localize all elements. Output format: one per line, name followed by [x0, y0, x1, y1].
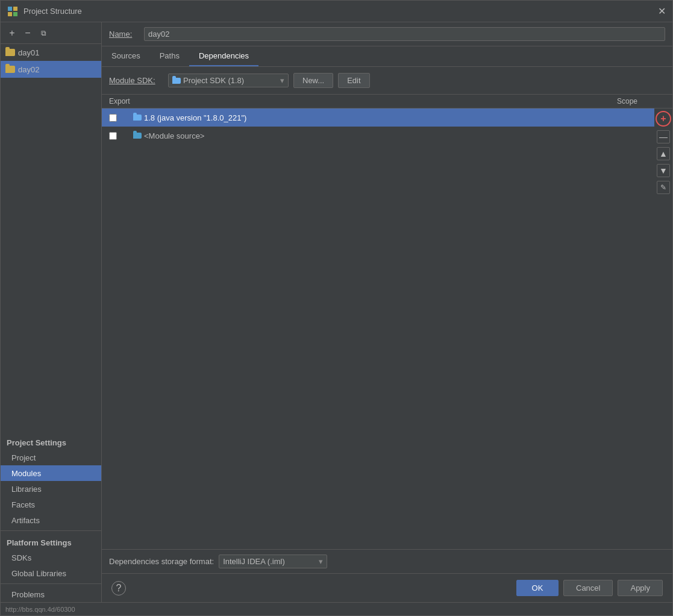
sidebar-item-label: Artifacts	[11, 516, 40, 525]
tab-sources[interactable]: Sources	[102, 46, 150, 66]
module-item-day02[interactable]: day02	[1, 61, 101, 78]
ok-button[interactable]: OK	[516, 580, 559, 596]
export-checkbox[interactable]	[109, 132, 117, 140]
sidebar-item-label: Global Libraries	[11, 569, 66, 578]
status-bar: http://bbs.qqn.4d/60300	[1, 602, 672, 615]
minus-icon: —	[659, 132, 668, 142]
chevron-down-icon: ▼	[659, 166, 668, 175]
module-name: day02	[18, 65, 39, 74]
dep-export-checkbox-2[interactable]	[109, 132, 133, 140]
folder-icon	[5, 49, 15, 56]
right-panel: Name: Sources Paths Dependencies Mo	[102, 22, 672, 602]
project-structure-dialog: Project Structure ✕ + − ⧉	[0, 0, 673, 616]
bottom-bar: Dependencies storage format: IntelliJ ID…	[102, 549, 672, 573]
dep-export-checkbox-1[interactable]	[109, 114, 133, 122]
module-item-day01[interactable]: day01	[1, 44, 101, 61]
help-button[interactable]: ?	[111, 581, 126, 596]
sidebar: + − ⧉ day01 day02	[1, 22, 102, 602]
sidebar-item-label: Problems	[11, 590, 45, 599]
tab-dependencies[interactable]: Dependencies	[189, 46, 258, 66]
sidebar-item-label: Project	[11, 453, 36, 462]
scope-column-header: Scope	[617, 97, 665, 105]
sidebar-item-global-libraries[interactable]: Global Libraries	[1, 565, 101, 581]
move-up-button[interactable]: ▲	[657, 147, 670, 160]
copy-icon: ⧉	[41, 29, 46, 37]
module-list: day01 day02	[1, 44, 101, 429]
folder-icon	[5, 66, 15, 73]
sidebar-item-project[interactable]: Project	[1, 450, 101, 465]
dep-source-icon	[133, 133, 142, 139]
move-down-button[interactable]: ▼	[657, 164, 670, 177]
titlebar: Project Structure ✕	[1, 1, 672, 22]
sidebar-item-libraries[interactable]: Libraries	[1, 481, 101, 497]
sdk-folder-icon	[172, 78, 181, 84]
sdk-dropdown[interactable]: Project SDK (1.8) ▾	[168, 74, 289, 87]
add-icon: +	[9, 28, 14, 39]
edit-dependency-button[interactable]: ✎	[657, 181, 670, 194]
sdk-new-button[interactable]: New...	[293, 73, 333, 88]
dep-sdk-icon	[133, 115, 142, 121]
chevron-up-icon: ▲	[659, 149, 668, 159]
sidebar-item-modules[interactable]: Modules	[1, 465, 101, 481]
deps-table-header: Export Scope	[102, 95, 672, 108]
app-icon	[7, 5, 19, 17]
module-name: day01	[18, 48, 39, 57]
dep-row-2[interactable]: <Module source>	[102, 127, 654, 145]
dep-name-1: 1.8 (java version "1.8.0_221")	[133, 113, 599, 122]
sidebar-item-label: Facets	[11, 500, 35, 509]
storage-dropdown-arrow-icon: ▾	[319, 557, 323, 566]
minus-icon: −	[25, 28, 30, 39]
add-dependency-button[interactable]: +	[656, 111, 671, 127]
remove-module-button[interactable]: −	[21, 27, 34, 40]
divider	[1, 530, 101, 531]
platform-settings-header: Platform Settings	[1, 533, 101, 550]
sidebar-toolbar: + − ⧉	[1, 22, 101, 44]
svg-rect-3	[13, 12, 17, 16]
sdk-buttons: New... Edit	[293, 73, 370, 88]
window-title: Project Structure	[23, 7, 657, 16]
copy-module-button[interactable]: ⧉	[37, 27, 50, 40]
deps-wrapper: 1.8 (java version "1.8.0_221") <Module s…	[102, 108, 672, 549]
tab-paths[interactable]: Paths	[150, 46, 189, 66]
storage-dropdown[interactable]: IntelliJ IDEA (.iml) ▾	[219, 555, 327, 568]
export-column-header: Export	[109, 97, 145, 105]
remove-dependency-button[interactable]: —	[657, 130, 670, 143]
storage-label: Dependencies storage format:	[109, 557, 214, 566]
sdk-label: Module SDK:	[109, 76, 163, 85]
dialog-footer: ? OK Cancel Apply	[102, 573, 672, 602]
cancel-button[interactable]: Cancel	[563, 580, 613, 596]
tab-label: Dependencies	[199, 51, 249, 60]
main-content: + − ⧉ day01 day02	[1, 22, 672, 602]
name-input[interactable]	[144, 27, 665, 41]
deps-list: 1.8 (java version "1.8.0_221") <Module s…	[102, 108, 654, 549]
export-checkbox[interactable]	[109, 114, 117, 122]
svg-rect-1	[13, 7, 17, 11]
divider	[1, 583, 101, 584]
close-button[interactable]: ✕	[657, 7, 666, 16]
sidebar-item-artifacts[interactable]: Artifacts	[1, 512, 101, 528]
storage-value: IntelliJ IDEA (.iml)	[223, 557, 285, 566]
add-module-button[interactable]: +	[5, 27, 19, 40]
sidebar-item-facets[interactable]: Facets	[1, 497, 101, 512]
tab-label: Sources	[111, 51, 140, 60]
sdk-row: Module SDK: Project SDK (1.8) ▾ New... E…	[102, 67, 672, 95]
sidebar-item-label: Modules	[11, 469, 41, 478]
name-label-underline: N	[109, 30, 114, 39]
pencil-icon: ✎	[660, 183, 666, 192]
sidebar-item-label: SDKs	[11, 553, 31, 562]
plus-icon: +	[660, 113, 666, 124]
dropdown-arrow-icon: ▾	[280, 76, 284, 85]
project-settings-header: Project Settings	[1, 433, 101, 450]
dep-row-1[interactable]: 1.8 (java version "1.8.0_221")	[102, 108, 654, 127]
svg-rect-0	[8, 7, 12, 11]
sdk-edit-button[interactable]: Edit	[338, 73, 369, 88]
name-row: Name:	[102, 22, 672, 46]
dep-name-text: <Module source>	[144, 131, 204, 140]
tab-label: Paths	[160, 51, 180, 60]
status-text: http://bbs.qqn.4d/60300	[5, 606, 75, 613]
sidebar-item-problems[interactable]: Problems	[1, 586, 101, 602]
deps-actions: + — ▲ ▼ ✎	[654, 108, 672, 196]
dep-name-2: <Module source>	[133, 131, 599, 140]
sidebar-item-sdks[interactable]: SDKs	[1, 550, 101, 565]
apply-button[interactable]: Apply	[618, 580, 663, 596]
